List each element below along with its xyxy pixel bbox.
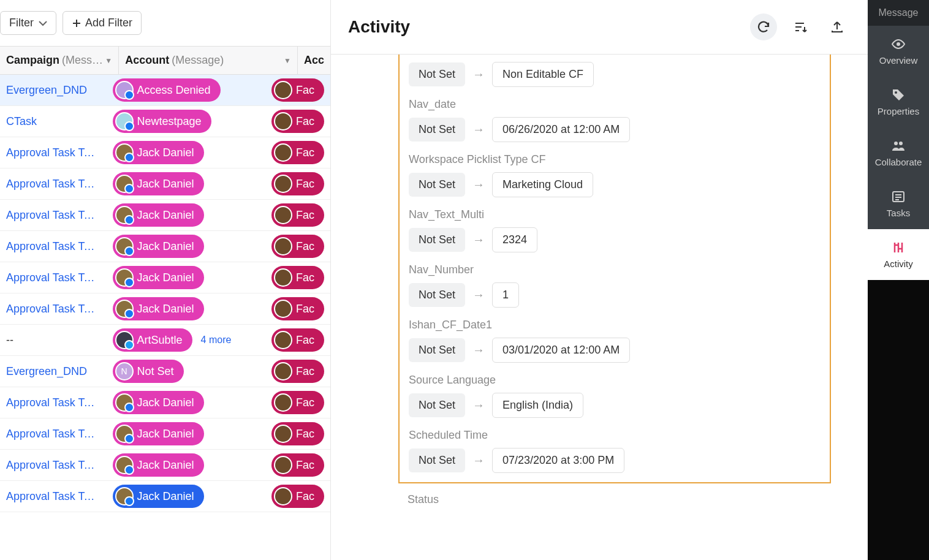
account-name: Access Denied xyxy=(137,84,211,97)
acc2-cell: Fac xyxy=(265,297,330,320)
account-pill[interactable]: Access Denied xyxy=(113,78,221,102)
rail-item-tasks[interactable]: Tasks xyxy=(868,178,929,229)
table-row[interactable]: CTaskNewtestpageFac xyxy=(0,106,330,137)
acc2-pill[interactable]: Fac xyxy=(271,391,324,414)
campaign-link[interactable]: Approval Task Testw xyxy=(0,271,107,284)
table-row[interactable]: Approval Task TestwJack DanielFac xyxy=(0,450,330,481)
account-pill[interactable]: Jack Daniel xyxy=(113,453,204,477)
table-row[interactable]: Approval Task TestwJack DanielFac xyxy=(0,387,330,418)
refresh-button[interactable] xyxy=(750,13,777,40)
campaign-link[interactable]: -- xyxy=(0,334,107,347)
old-value: Not Set xyxy=(409,338,465,362)
acc2-pill[interactable]: Fac xyxy=(271,453,324,477)
campaign-link[interactable]: CTask xyxy=(0,115,107,128)
table-row[interactable]: Approval Task TestwJack DanielFac xyxy=(0,262,330,293)
facebook-badge-icon xyxy=(124,184,134,194)
filter-button[interactable]: Filter xyxy=(0,11,56,35)
acc2-pill[interactable]: Fac xyxy=(271,485,324,508)
account-pill[interactable]: Newtestpage xyxy=(113,110,211,133)
account-pill[interactable]: Jack Daniel xyxy=(113,485,204,508)
acc2-pill[interactable]: Fac xyxy=(271,141,324,164)
avatar xyxy=(115,393,134,412)
acc2-pill[interactable]: Fac xyxy=(271,78,324,102)
export-button[interactable] xyxy=(824,13,851,40)
acc2-pill[interactable]: Fac xyxy=(271,328,324,352)
account-name: Jack Daniel xyxy=(137,271,194,284)
avatar xyxy=(274,425,292,443)
new-value: 2324 xyxy=(492,227,537,252)
account-pill[interactable]: Jack Daniel xyxy=(113,422,204,445)
campaign-link[interactable]: Approval Task Testw xyxy=(0,178,107,191)
acc2-label: Fac xyxy=(296,396,314,409)
sort-caret-icon[interactable]: ▼ xyxy=(105,56,112,65)
campaign-link[interactable]: Approval Task Testw xyxy=(0,146,107,159)
plus-icon xyxy=(72,18,82,28)
account-name: Jack Daniel xyxy=(137,459,194,472)
account-pill[interactable]: Jack Daniel xyxy=(113,203,204,227)
table-row[interactable]: Approval Task TestwJack DanielFac xyxy=(0,481,330,512)
rail-top-label[interactable]: Message xyxy=(868,0,929,26)
avatar xyxy=(274,300,292,318)
change-row: Not Set→2324 xyxy=(409,227,821,252)
campaign-link[interactable]: Approval Task Testw xyxy=(0,490,107,503)
acc2-pill[interactable]: Fac xyxy=(271,235,324,258)
campaign-link[interactable]: Approval Task Testw xyxy=(0,396,107,409)
table-row[interactable]: Approval Task TestwJack DanielFac xyxy=(0,200,330,231)
arrow-right-icon: → xyxy=(472,123,485,137)
rail-item-collaborate[interactable]: Collaborate xyxy=(868,127,929,178)
sort-caret-icon[interactable]: ▼ xyxy=(284,56,291,65)
table-row[interactable]: Evergreen_DNDAccess DeniedFac xyxy=(0,75,330,106)
table-row[interactable]: Evergreen_DNDNNot SetFac xyxy=(0,356,330,387)
acc2-pill[interactable]: Fac xyxy=(271,172,324,195)
column-acc2[interactable]: Acc xyxy=(298,47,330,74)
campaign-link[interactable]: Approval Task Testw xyxy=(0,428,107,441)
table-row[interactable]: Approval Task TestwJack DanielFac xyxy=(0,418,330,450)
add-filter-button[interactable]: Add Filter xyxy=(63,11,142,35)
column-account[interactable]: Account (Message) ▼ xyxy=(119,47,298,74)
campaign-link[interactable]: Approval Task Testw xyxy=(0,209,107,222)
table-body[interactable]: Evergreen_DNDAccess DeniedFacCTaskNewtes… xyxy=(0,75,330,560)
arrow-right-icon: → xyxy=(472,343,485,357)
acc2-cell: Fac xyxy=(265,360,330,383)
campaign-link[interactable]: Approval Task Testw xyxy=(0,303,107,316)
change-card: Not Set→Non Editable CFNav_dateNot Set→0… xyxy=(398,55,831,483)
rail-item-label: Activity xyxy=(884,259,913,269)
change-row: Not Set→Marketing Cloud xyxy=(409,172,821,197)
account-cell: Jack Daniel xyxy=(107,141,265,164)
account-pill[interactable]: Jack Daniel xyxy=(113,266,204,289)
rail-item-activity[interactable]: Activity xyxy=(868,229,929,280)
campaign-link[interactable]: Evergreen_DND xyxy=(0,365,107,378)
refresh-icon xyxy=(756,20,771,34)
acc2-label: Fac xyxy=(296,490,314,503)
acc2-pill[interactable]: Fac xyxy=(271,266,324,289)
table-row[interactable]: Approval Task TestwJack DanielFac xyxy=(0,137,330,168)
account-pill[interactable]: NNot Set xyxy=(113,360,184,383)
account-pill[interactable]: Jack Daniel xyxy=(113,235,204,258)
acc2-pill[interactable]: Fac xyxy=(271,422,324,445)
rail-item-properties[interactable]: Properties xyxy=(868,77,929,127)
campaign-link[interactable]: Approval Task Testw xyxy=(0,459,107,472)
account-pill[interactable]: ArtSubtle xyxy=(113,328,192,352)
acc2-pill[interactable]: Fac xyxy=(271,203,324,227)
table-row[interactable]: Approval Task TestwJack DanielFac xyxy=(0,293,330,325)
avatar: N xyxy=(115,362,134,380)
activity-body[interactable]: Not Set→Non Editable CFNav_dateNot Set→0… xyxy=(331,55,868,560)
campaign-link[interactable]: Approval Task Testw xyxy=(0,240,107,253)
column-campaign[interactable]: Campaign (Mess… ▼ xyxy=(0,47,119,74)
campaign-link[interactable]: Evergreen_DND xyxy=(0,84,107,97)
account-pill[interactable]: Jack Daniel xyxy=(113,391,204,414)
table-row[interactable]: --ArtSubtle4 moreFac xyxy=(0,325,330,356)
sort-button[interactable] xyxy=(787,13,814,40)
rail-item-overview[interactable]: Overview xyxy=(868,26,929,77)
account-pill[interactable]: Jack Daniel xyxy=(113,141,204,164)
rail-item-label: Tasks xyxy=(887,208,910,218)
acc2-pill[interactable]: Fac xyxy=(271,110,324,133)
table-header: Campaign (Mess… ▼ Account (Message) ▼ Ac… xyxy=(0,46,330,75)
table-row[interactable]: Approval Task TestwJack DanielFac xyxy=(0,168,330,200)
acc2-pill[interactable]: Fac xyxy=(271,360,324,383)
account-pill[interactable]: Jack Daniel xyxy=(113,172,204,195)
more-link[interactable]: 4 more xyxy=(201,335,232,346)
acc2-pill[interactable]: Fac xyxy=(271,297,324,320)
account-pill[interactable]: Jack Daniel xyxy=(113,297,204,320)
table-row[interactable]: Approval Task TestwJack DanielFac xyxy=(0,231,330,262)
